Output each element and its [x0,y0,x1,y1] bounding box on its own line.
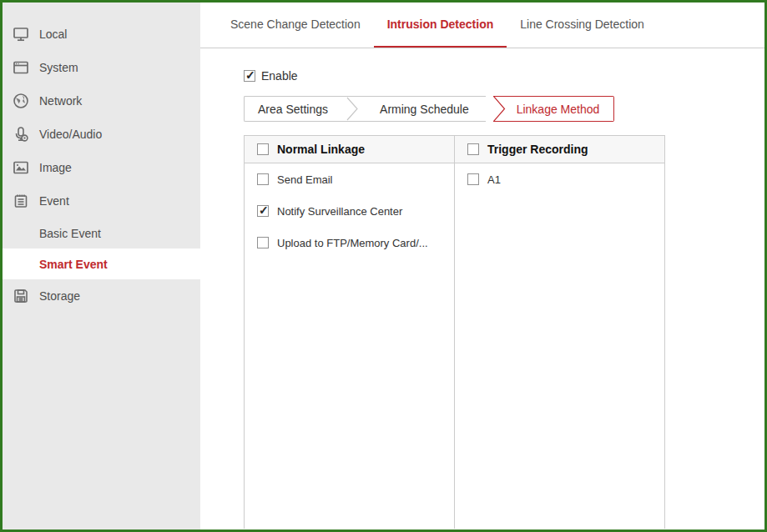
normal-linkage-select-all-checkbox[interactable] [257,143,269,155]
table-row: Upload to FTP/Memory Card/... [245,227,454,258]
step-label: Area Settings [258,103,328,116]
notepad-icon [12,192,30,210]
step-label: Arming Schedule [380,103,469,116]
tab-intrusion-detection[interactable]: Intrusion Detection [374,3,507,48]
channel-a1-checkbox[interactable] [467,173,479,185]
monitor-icon [12,25,30,43]
trigger-recording-select-all-checkbox[interactable] [467,143,479,155]
table-row: A1 [455,163,664,195]
enable-row: Enable [244,69,764,83]
row-label: Notify Surveillance Center [277,205,402,218]
main-content: Scene Change Detection Intrusion Detecti… [200,3,764,529]
sidebar-item-label: Storage [39,289,80,303]
sidebar-item-basic-event[interactable]: Basic Event [3,218,200,248]
sidebar-item-event[interactable]: Event [3,184,200,218]
sidebar-item-network[interactable]: Network [3,84,200,118]
tab-label: Intrusion Detection [387,18,494,31]
step-area-settings[interactable]: Area Settings [244,96,341,122]
table-row: Send Email [245,163,454,195]
app-window: Local System Network [0,0,767,532]
normal-linkage-column: Normal Linkage Send Email Notify Surveil… [245,136,455,529]
row-label: A1 [487,173,501,186]
sidebar-item-label: Smart Event [39,258,108,271]
sidebar-item-label: Local [39,28,67,41]
detection-tabs: Scene Change Detection Intrusion Detecti… [200,3,764,48]
sidebar-item-local[interactable]: Local [3,18,200,51]
send-email-checkbox[interactable] [257,173,269,185]
image-icon [12,158,30,177]
sidebar-item-smart-event[interactable]: Smart Event [3,248,200,279]
sidebar-item-label: Network [39,94,82,108]
tab-scene-change-detection[interactable]: Scene Change Detection [217,3,374,48]
microphone-icon [12,125,30,143]
tab-label: Line Crossing Detection [520,18,644,31]
sidebar-item-system[interactable]: System [3,51,200,84]
sidebar: Local System Network [3,3,200,529]
step-label: Linkage Method [517,103,600,116]
column-header-label: Trigger Recording [487,143,588,156]
window-icon [12,58,30,77]
row-label: Upload to FTP/Memory Card/... [277,237,428,249]
enable-checkbox[interactable] [244,70,255,82]
globe-icon [12,92,30,110]
linkage-table: Normal Linkage Send Email Notify Surveil… [244,135,665,529]
step-linkage-method[interactable]: Linkage Method [493,96,615,122]
upload-ftp-checkbox[interactable] [257,237,269,248]
normal-linkage-header: Normal Linkage [245,136,454,163]
table-row: Notify Surveillance Center [245,195,454,227]
sidebar-item-video-audio[interactable]: Video/Audio [3,118,200,151]
trigger-recording-column: Trigger Recording A1 [455,136,664,529]
floppy-icon [12,287,30,305]
sidebar-item-label: Basic Event [39,227,101,240]
sidebar-item-image[interactable]: Image [3,151,200,184]
tab-label: Scene Change Detection [230,18,361,31]
notify-surveillance-center-checkbox[interactable] [257,205,269,217]
row-label: Send Email [277,173,332,186]
sidebar-item-label: Video/Audio [39,128,102,141]
chevron-right-icon [341,96,363,122]
step-arming-schedule[interactable]: Arming Schedule [363,96,486,122]
sidebar-item-label: System [39,61,78,74]
settings-steps: Area Settings Arming Schedule Linkage Me… [244,96,764,122]
column-header-label: Normal Linkage [277,143,365,156]
sidebar-item-label: Event [39,194,69,208]
tab-line-crossing-detection[interactable]: Line Crossing Detection [507,3,658,48]
sidebar-item-label: Image [39,161,72,174]
enable-label: Enable [261,69,298,83]
chevron-right-icon [493,96,507,122]
trigger-recording-header: Trigger Recording [455,136,664,163]
sidebar-item-storage[interactable]: Storage [3,279,200,313]
